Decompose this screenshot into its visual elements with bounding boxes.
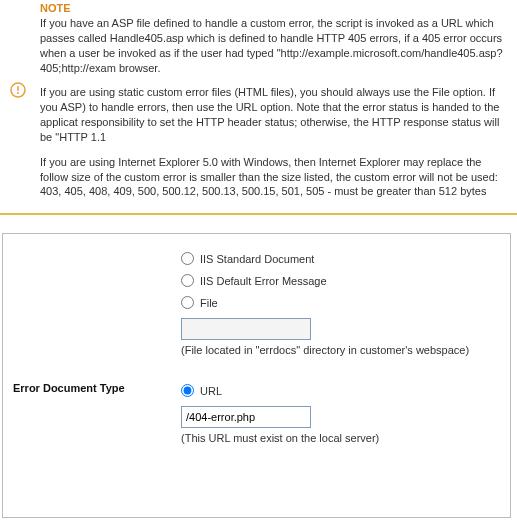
radio-row-default[interactable]: IIS Default Error Message: [181, 274, 500, 287]
radio-row-file[interactable]: File: [181, 296, 500, 309]
radio-standard[interactable]: [181, 252, 194, 265]
radio-url[interactable]: [181, 384, 194, 397]
url-input[interactable]: [181, 406, 311, 428]
svg-point-1: [17, 92, 19, 94]
note-heading: NOTE: [40, 2, 509, 14]
radio-row-url[interactable]: URL: [181, 384, 500, 397]
warning-icon: [10, 82, 26, 98]
radio-row-standard[interactable]: IIS Standard Document: [181, 252, 500, 265]
note-paragraph-3: If you are using Internet Explorer 5.0 w…: [40, 155, 509, 200]
radio-url-label: URL: [200, 385, 222, 397]
note-paragraph-1: If you have an ASP file defined to handl…: [40, 16, 509, 75]
radio-default-label: IIS Default Error Message: [200, 275, 327, 287]
radio-standard-label: IIS Standard Document: [200, 253, 314, 265]
form-container: Error Document Type IIS Standard Documen…: [2, 233, 511, 518]
url-hint: (This URL must exist on the local server…: [181, 432, 500, 444]
radio-file[interactable]: [181, 296, 194, 309]
radio-file-label: File: [200, 297, 218, 309]
file-hint: (File located in "errdocs" directory in …: [181, 344, 500, 356]
form-options: IIS Standard Document IIS Default Error …: [181, 252, 500, 444]
error-document-type-label: Error Document Type: [13, 252, 181, 394]
svg-rect-2: [17, 86, 19, 91]
note-section: NOTE If you have an ASP file defined to …: [0, 0, 517, 215]
note-paragraph-2: If you are using static custom error fil…: [40, 85, 509, 144]
file-input[interactable]: [181, 318, 311, 340]
radio-default[interactable]: [181, 274, 194, 287]
